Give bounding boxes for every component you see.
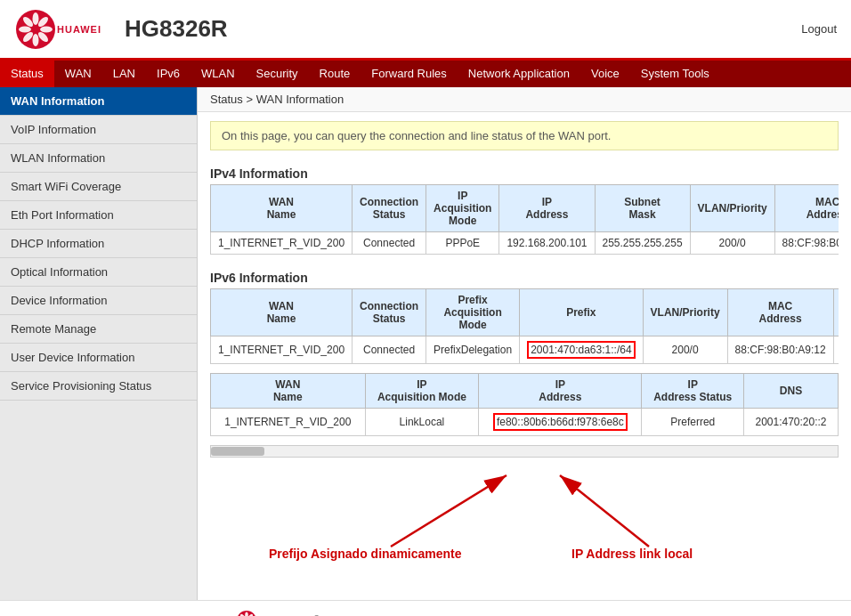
table-row: 1_INTERNET_R_VID_200ConnectedPrefixDeleg… — [211, 336, 839, 364]
table-row: 1_INTERNET_R_VID_200ConnectedPPPoE192.16… — [211, 232, 839, 255]
highlighted-value: 2001:470:da63:1::/64 — [527, 341, 635, 359]
table-cell: LinkLocal — [365, 409, 479, 436]
logout-button[interactable]: Logout — [801, 22, 837, 36]
sidebar-item-dhcp-information[interactable]: DHCP Information — [0, 230, 197, 258]
svg-point-5 — [33, 34, 39, 46]
table-cell: 1_INTERNET_R_VID_200 — [211, 336, 353, 364]
nav-item-wan[interactable]: WAN — [54, 61, 102, 87]
ipv4-table: WANNameConnectionStatusIPAcquisition Mod… — [210, 184, 839, 255]
ipv6-section-title: IPv6 Information — [198, 263, 851, 288]
col-header: PrefixAcquisition Mode — [426, 289, 520, 336]
table-row: 1_INTERNET_R_VID_200LinkLocalfe80::80b6:… — [211, 409, 839, 436]
annotation-arrows — [198, 458, 851, 600]
nav-item-forward-rules[interactable]: Forward Rules — [361, 61, 458, 87]
nav-item-wlan[interactable]: WLAN — [190, 61, 246, 87]
col-header: ConnectionStatus — [353, 185, 426, 232]
svg-line-10 — [391, 475, 507, 547]
col-header: WANName — [211, 185, 353, 232]
device-name: HG8326R — [125, 15, 228, 43]
sidebar-item-service-provisioning-status[interactable]: Service Provisioning Status — [0, 372, 197, 401]
horizontal-scrollbar[interactable] — [210, 445, 839, 458]
col-header: IPAcquisition Mode — [426, 185, 499, 232]
breadcrumb: Status > WAN Information — [198, 87, 851, 112]
info-banner: On this page, you can query the connecti… — [210, 121, 839, 150]
footer-huawei-logo — [236, 610, 257, 616]
col-header: IPAddress — [479, 374, 642, 409]
nav-item-system-tools[interactable]: System Tools — [630, 61, 720, 87]
nav-item-voice[interactable]: Voice — [580, 61, 630, 87]
table-cell: 1_INTERNET_R_VID_200 — [211, 409, 366, 436]
nav-item-lan[interactable]: LAN — [102, 61, 146, 87]
svg-point-3 — [40, 26, 53, 32]
ipv6-table-wrap: WANNameConnectionStatusPrefixAcquisition… — [210, 288, 839, 364]
col-header: VLAN/Priority — [643, 289, 727, 336]
col-header: IPAddress Status — [642, 374, 744, 409]
sidebar-item-smart-wifi-coverage[interactable]: Smart WiFi Coverage — [0, 173, 197, 201]
logo-area: HUAWEI — [0, 8, 125, 51]
ipv6-addr-table: WANNameIPAcquisition ModeIPAddressIPAddr… — [210, 373, 839, 436]
table-cell: PPPoE — [426, 232, 499, 255]
sidebar-item-device-information[interactable]: Device Information — [0, 287, 197, 315]
top-navigation: StatusWANLANIPv6WLANSecurityRouteForward… — [0, 61, 851, 87]
scroll-thumb[interactable] — [211, 447, 264, 456]
ipv6-addr-table-wrap: WANNameIPAcquisition ModeIPAddressIPAddr… — [210, 373, 839, 436]
annotation-area: Prefijo Asignado dinamicamente IP Addres… — [198, 458, 851, 600]
table-cell: 192.168.200.101 — [499, 232, 595, 255]
col-header: Gateway — [833, 289, 839, 336]
table-cell: Connected — [353, 336, 426, 364]
col-header: IPAcquisition Mode — [365, 374, 479, 409]
table-cell: 2001:470:20::2 — [744, 409, 839, 436]
table-cell: PrefixDelegation — [426, 336, 520, 364]
sidebar-item-wlan-information[interactable]: WLAN Information — [0, 144, 197, 173]
table-cell: 88:CF:98:B0:A9:12 — [774, 232, 839, 255]
footer: Copyright © Huawei Technologies Co., Ltd… — [0, 600, 851, 616]
ipv6-table: WANNameConnectionStatusPrefixAcquisition… — [210, 288, 839, 364]
annotation-label-2: IP Address link local — [571, 547, 693, 561]
col-header: VLAN/Priority — [690, 185, 774, 232]
col-header: ConnectionStatus — [353, 289, 426, 336]
table-cell: Connected — [353, 232, 426, 255]
col-header: SubnetMask — [595, 185, 690, 232]
sidebar-item-wan-information[interactable]: WAN Information — [0, 87, 197, 116]
svg-point-1 — [33, 12, 39, 25]
header: HUAWEI HG8326R Logout — [0, 0, 851, 61]
sidebar-item-eth-port-information[interactable]: Eth Port Information — [0, 201, 197, 230]
nav-item-status[interactable]: Status — [0, 61, 54, 87]
table-cell: Preferred — [642, 409, 744, 436]
main-layout: WAN InformationVoIP InformationWLAN Info… — [0, 87, 851, 600]
table-cell: 1_INTERNET_R_VID_200 — [211, 232, 353, 255]
huawei-wordmark: HUAWEI — [57, 24, 101, 35]
svg-point-7 — [19, 26, 31, 32]
ipv4-table-wrap: WANNameConnectionStatusIPAcquisition Mod… — [210, 184, 839, 255]
sidebar-item-optical-information[interactable]: Optical Information — [0, 258, 197, 287]
col-header: MACAddress — [727, 289, 833, 336]
table-cell: 88:CF:98:B0:A9:12 — [727, 336, 833, 364]
col-header: IPAddress — [499, 185, 595, 232]
annotation-label-1: Prefijo Asignado dinamicamente — [269, 547, 462, 561]
table-cell: 200/0 — [690, 232, 774, 255]
ipv4-section-title: IPv4 Information — [198, 159, 851, 184]
sidebar-item-user-device-information[interactable]: User Device Information — [0, 344, 197, 372]
col-header: WANName — [211, 374, 366, 409]
content-area: Status > WAN Information On this page, y… — [198, 87, 851, 600]
table-cell: 2001:470:da63:1::/64 — [520, 336, 643, 364]
sidebar: WAN InformationVoIP InformationWLAN Info… — [0, 87, 198, 600]
col-header: Prefix — [520, 289, 643, 336]
nav-item-security[interactable]: Security — [246, 61, 309, 87]
table-cell: -- — [833, 336, 839, 364]
logout-area: Logout — [801, 22, 851, 36]
col-header: DNS — [744, 374, 839, 409]
nav-item-route[interactable]: Route — [309, 61, 361, 87]
nav-item-network-application[interactable]: Network Application — [458, 61, 580, 87]
col-header: MACAddress — [774, 185, 839, 232]
table-cell: 255.255.255.255 — [595, 232, 690, 255]
nav-item-ipv6[interactable]: IPv6 — [146, 61, 190, 87]
sidebar-item-voip-information[interactable]: VoIP Information — [0, 116, 197, 144]
table-cell: fe80::80b6:b66d:f978:6e8c — [479, 409, 642, 436]
col-header: WANName — [211, 289, 353, 336]
sidebar-item-remote-manage[interactable]: Remote Manage — [0, 315, 197, 344]
table-cell: 200/0 — [643, 336, 727, 364]
huawei-logo — [14, 8, 57, 51]
svg-line-11 — [560, 475, 649, 547]
highlighted-value: fe80::80b6:b66d:f978:6e8c — [493, 413, 628, 431]
